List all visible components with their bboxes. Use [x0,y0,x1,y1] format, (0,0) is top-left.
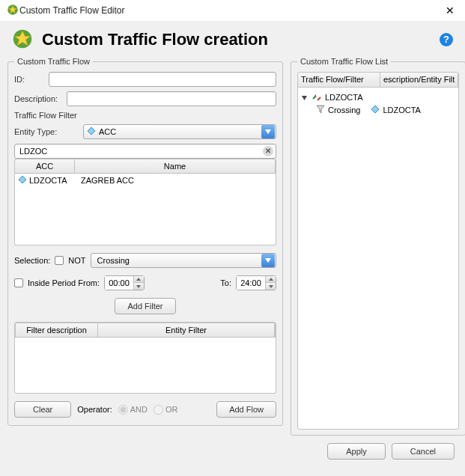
cancel-button[interactable]: Cancel [392,443,455,460]
flow-list-group: Custom Traffic Flow List Traffic Flow/Fi… [291,57,465,436]
add-flow-button[interactable]: Add Flow [216,401,276,418]
entity-grid-header: ACC Name [14,159,276,174]
spinner-up-icon[interactable] [265,276,276,283]
header-icon [12,28,33,51]
cell-name: ZAGREB ACC [78,176,273,185]
or-radio[interactable] [154,405,163,415]
tree-child-row[interactable]: Crossing LDZOCTA [301,104,455,116]
clear-button[interactable]: Clear [14,401,71,418]
description-label: Description: [14,94,67,103]
to-time-spinner[interactable] [236,275,276,290]
entity-grid[interactable]: LDZOCTA ZAGREB ACC [14,174,276,245]
filter-icon [316,105,325,115]
tree-body[interactable]: LDZOCTA Crossing LDZOCTA [298,88,458,119]
entity-type-combo[interactable]: ACC [83,124,276,139]
add-filter-button[interactable]: Add Filter [115,298,175,314]
inside-period-label: Inside Period From: [28,278,100,287]
arrows-icon [311,91,322,103]
tree-root-row[interactable]: LDZOCTA [301,91,455,104]
id-label: ID: [14,75,49,84]
dialog-footer: Apply Cancel [0,436,465,460]
and-radio[interactable] [118,405,128,415]
tree-child-left: Crossing [328,106,360,115]
chevron-down-icon [261,125,275,138]
diamond-icon [87,126,96,137]
from-time-value[interactable] [105,276,133,290]
spinner-down-icon[interactable] [133,283,144,290]
table-row[interactable]: LDZOCTA ZAGREB ACC [15,174,276,187]
custom-flow-legend: Custom Traffic Flow [14,57,93,66]
col-name[interactable]: Name [75,159,276,173]
operator-label: Operator: [77,405,112,414]
not-checkbox[interactable] [55,256,64,265]
to-label: To: [220,278,231,287]
entity-type-label: Entity Type: [14,127,83,136]
selection-label: Selection: [14,256,50,265]
window-title: Custom Traffic Flow Editor [19,5,441,16]
description-input[interactable] [67,91,276,106]
col-entity-filter[interactable]: Entity Filter [98,323,275,337]
expand-caret-icon[interactable] [301,94,309,101]
tree-child-right: LDZOCTA [383,106,421,115]
from-time-spinner[interactable] [104,275,145,290]
chevron-down-icon [261,254,275,267]
help-icon[interactable]: ? [440,33,453,46]
close-icon[interactable]: ✕ [441,3,459,18]
diamond-icon [18,175,27,186]
diamond-icon [371,105,380,115]
custom-flow-group: Custom Traffic Flow ID: Description: Tra… [7,57,283,426]
apply-button[interactable]: Apply [327,443,386,460]
tree-root-label: LDZOCTA [325,93,363,102]
titlebar: Custom Traffic Flow Editor ✕ [0,0,465,21]
col-desc-entity[interactable]: escription/Entity Filt [380,73,458,87]
filter-section-label: Traffic Flow Filter [14,111,276,120]
id-input[interactable] [49,72,276,87]
tree-header: Traffic Flow/Filter escription/Entity Fi… [298,73,458,88]
dialog-header: Custom Traffic Flow creation ? [0,21,465,57]
selection-value: Crossing [94,256,261,265]
and-label: AND [130,405,148,414]
selection-combo[interactable]: Crossing [91,253,276,268]
or-label: OR [165,405,178,414]
search-input[interactable] [14,144,276,159]
page-title: Custom Traffic Flow creation [42,30,431,49]
clear-search-icon[interactable]: ✕ [263,146,273,156]
app-icon [6,3,19,18]
spinner-up-icon[interactable] [133,276,144,283]
to-time-value[interactable] [237,276,265,290]
filter-grid[interactable]: Filter description Entity Filter [14,322,276,394]
col-flow-filter[interactable]: Traffic Flow/Filter [298,73,380,87]
cell-acc: LDZOCTA [29,176,67,185]
not-label: NOT [68,256,85,265]
spinner-down-icon[interactable] [265,283,276,290]
col-acc[interactable]: ACC [15,159,75,173]
inside-period-checkbox[interactable] [14,278,23,287]
flow-list-legend: Custom Traffic Flow List [297,57,391,66]
entity-type-value: ACC [96,127,261,136]
col-filter-description[interactable]: Filter description [16,323,98,337]
